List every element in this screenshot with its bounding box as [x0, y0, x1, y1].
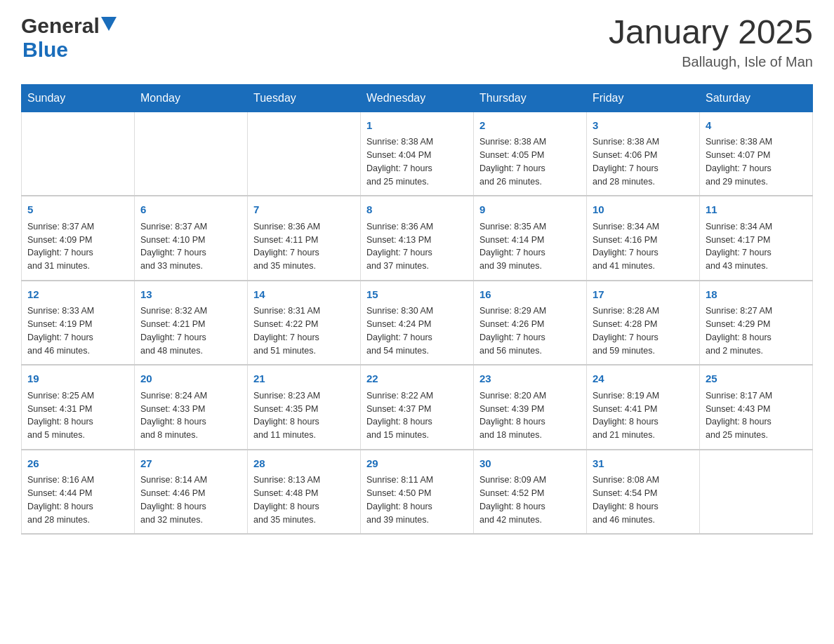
day-number: 11 — [706, 202, 807, 218]
day-info: Sunset: 4:29 PM — [706, 318, 807, 331]
day-info: and 25 minutes. — [706, 429, 807, 442]
day-info: Sunrise: 8:16 AM — [27, 474, 128, 487]
day-info: Sunrise: 8:25 AM — [27, 389, 128, 403]
svg-marker-0 — [101, 17, 117, 31]
calendar-cell: 4Sunrise: 8:38 AMSunset: 4:07 PMDaylight… — [700, 112, 813, 196]
day-info: Sunset: 4:39 PM — [479, 403, 581, 416]
day-number: 2 — [479, 118, 581, 134]
day-info: Daylight: 7 hours — [366, 331, 468, 344]
day-info: and 46 minutes. — [593, 514, 694, 527]
calendar-cell: 31Sunrise: 8:08 AMSunset: 4:54 PMDayligh… — [587, 450, 700, 535]
calendar-cell: 3Sunrise: 8:38 AMSunset: 4:06 PMDaylight… — [587, 112, 700, 196]
day-number: 7 — [253, 202, 355, 218]
calendar-cell: 26Sunrise: 8:16 AMSunset: 4:44 PMDayligh… — [22, 450, 135, 535]
day-number: 6 — [140, 202, 241, 218]
day-info: Daylight: 8 hours — [593, 415, 694, 429]
day-info: and 31 minutes. — [27, 260, 128, 273]
day-info: Daylight: 8 hours — [706, 331, 807, 344]
day-info: and 35 minutes. — [253, 514, 355, 527]
day-info: Sunset: 4:04 PM — [366, 149, 468, 162]
day-info: Sunrise: 8:08 AM — [593, 474, 694, 487]
day-info: Sunrise: 8:13 AM — [253, 474, 355, 487]
calendar-cell: 11Sunrise: 8:34 AMSunset: 4:17 PMDayligh… — [700, 196, 813, 281]
day-info: and 25 minutes. — [366, 175, 468, 189]
day-info: Sunrise: 8:36 AM — [366, 220, 468, 234]
day-info: and 32 minutes. — [140, 514, 241, 527]
calendar-week-row: 26Sunrise: 8:16 AMSunset: 4:44 PMDayligh… — [22, 450, 813, 535]
day-info: Sunrise: 8:09 AM — [479, 474, 581, 487]
day-info: Sunrise: 8:37 AM — [27, 220, 128, 234]
day-number: 15 — [366, 287, 468, 303]
calendar-week-row: 12Sunrise: 8:33 AMSunset: 4:19 PMDayligh… — [22, 281, 813, 365]
logo-triangle-icon — [101, 17, 117, 32]
day-info: Sunrise: 8:31 AM — [253, 304, 355, 318]
day-info: Sunrise: 8:38 AM — [593, 135, 694, 149]
calendar-cell: 14Sunrise: 8:31 AMSunset: 4:22 PMDayligh… — [248, 281, 361, 365]
calendar-subtitle: Ballaugh, Isle of Man — [609, 54, 813, 70]
day-info: Sunrise: 8:37 AM — [140, 220, 241, 234]
day-info: and 41 minutes. — [593, 260, 694, 273]
calendar-cell — [700, 450, 813, 535]
day-info: Daylight: 7 hours — [140, 246, 241, 260]
calendar-cell: 15Sunrise: 8:30 AMSunset: 4:24 PMDayligh… — [361, 281, 474, 365]
day-info: Sunset: 4:10 PM — [140, 234, 241, 247]
calendar-cell: 20Sunrise: 8:24 AMSunset: 4:33 PMDayligh… — [135, 365, 248, 450]
day-info: and 8 minutes. — [140, 429, 241, 442]
calendar-cell: 29Sunrise: 8:11 AMSunset: 4:50 PMDayligh… — [361, 450, 474, 535]
day-number: 17 — [593, 287, 694, 303]
day-info: and 11 minutes. — [253, 429, 355, 442]
calendar-cell: 10Sunrise: 8:34 AMSunset: 4:16 PMDayligh… — [587, 196, 700, 281]
day-number: 28 — [253, 456, 355, 472]
day-info: Daylight: 7 hours — [479, 162, 581, 175]
day-info: Sunset: 4:33 PM — [140, 403, 241, 416]
day-info: Sunrise: 8:28 AM — [593, 304, 694, 318]
day-info: Sunset: 4:11 PM — [253, 234, 355, 247]
day-info: Sunrise: 8:29 AM — [479, 304, 581, 318]
page-header: General Blue January 2025 Ballaugh, Isle… — [21, 14, 813, 70]
calendar-cell: 19Sunrise: 8:25 AMSunset: 4:31 PMDayligh… — [22, 365, 135, 450]
day-info: and 42 minutes. — [479, 514, 581, 527]
day-info: Sunset: 4:09 PM — [27, 234, 128, 247]
day-info: Sunset: 4:19 PM — [27, 318, 128, 331]
day-info: Sunrise: 8:24 AM — [140, 389, 241, 403]
day-info: Daylight: 8 hours — [593, 500, 694, 514]
day-info: and 59 minutes. — [593, 344, 694, 358]
day-info: Daylight: 7 hours — [27, 246, 128, 260]
day-info: Daylight: 7 hours — [366, 246, 468, 260]
day-info: and 39 minutes. — [366, 514, 468, 527]
day-info: and 39 minutes. — [479, 260, 581, 273]
day-info: Sunrise: 8:34 AM — [706, 220, 807, 234]
day-number: 18 — [706, 287, 807, 303]
day-info: Sunrise: 8:38 AM — [479, 135, 581, 149]
day-info: Sunset: 4:05 PM — [479, 149, 581, 162]
day-info: and 54 minutes. — [366, 344, 468, 358]
header-friday: Friday — [587, 84, 700, 112]
header-wednesday: Wednesday — [361, 84, 474, 112]
day-number: 19 — [27, 371, 128, 387]
day-info: and 51 minutes. — [253, 344, 355, 358]
day-number: 5 — [27, 202, 128, 218]
calendar-cell: 23Sunrise: 8:20 AMSunset: 4:39 PMDayligh… — [474, 365, 587, 450]
calendar-cell: 2Sunrise: 8:38 AMSunset: 4:05 PMDaylight… — [474, 112, 587, 196]
day-info: Daylight: 7 hours — [593, 331, 694, 344]
day-info: Daylight: 7 hours — [366, 162, 468, 175]
calendar-cell: 22Sunrise: 8:22 AMSunset: 4:37 PMDayligh… — [361, 365, 474, 450]
day-info: Sunrise: 8:33 AM — [27, 304, 128, 318]
day-info: Sunrise: 8:34 AM — [593, 220, 694, 234]
day-info: and 35 minutes. — [253, 260, 355, 273]
day-info: Sunset: 4:24 PM — [366, 318, 468, 331]
day-info: Sunset: 4:07 PM — [706, 149, 807, 162]
day-info: Daylight: 8 hours — [253, 500, 355, 514]
day-number: 22 — [366, 371, 468, 387]
day-info: Daylight: 7 hours — [479, 246, 581, 260]
calendar-cell: 9Sunrise: 8:35 AMSunset: 4:14 PMDaylight… — [474, 196, 587, 281]
day-info: Sunset: 4:31 PM — [27, 403, 128, 416]
day-number: 4 — [706, 118, 807, 134]
day-info: Sunset: 4:06 PM — [593, 149, 694, 162]
calendar-cell: 1Sunrise: 8:38 AMSunset: 4:04 PMDaylight… — [361, 112, 474, 196]
day-info: Daylight: 7 hours — [479, 331, 581, 344]
day-info: Daylight: 8 hours — [706, 415, 807, 429]
day-number: 29 — [366, 456, 468, 472]
day-number: 3 — [593, 118, 694, 134]
calendar-cell: 16Sunrise: 8:29 AMSunset: 4:26 PMDayligh… — [474, 281, 587, 365]
